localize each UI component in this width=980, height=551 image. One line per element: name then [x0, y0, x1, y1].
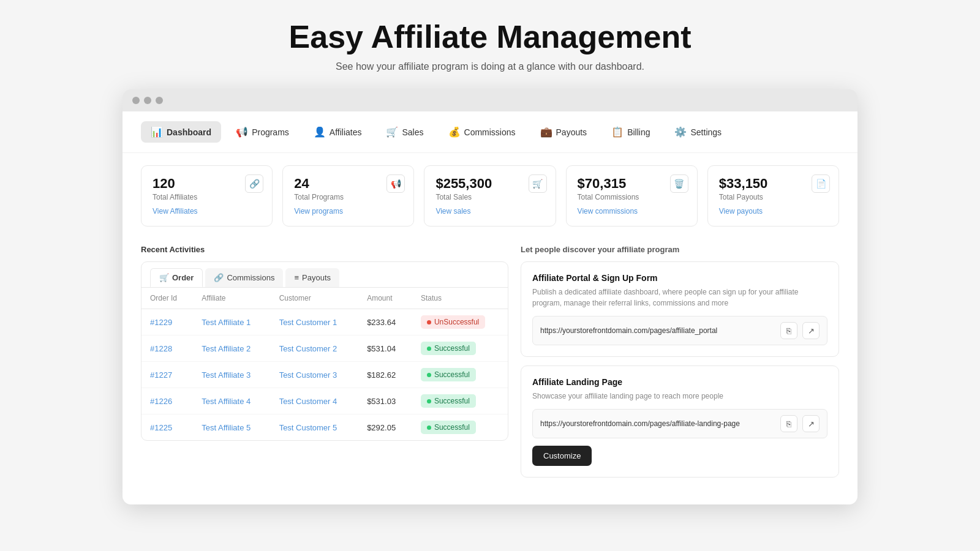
nav-settings[interactable]: ⚙️ Settings	[665, 121, 731, 143]
col-amount: Amount	[358, 288, 412, 309]
browser-bar	[123, 89, 858, 111]
nav-billing-label: Billing	[627, 127, 650, 137]
payouts-tab-icon: ≡	[294, 273, 299, 282]
table-header-row: Order Id Affiliate Customer Amount Statu…	[141, 288, 508, 309]
cell-order-id: #1227	[141, 362, 193, 388]
commissions-tab-icon: 🔗	[214, 273, 224, 282]
browser-dot-2	[144, 97, 151, 104]
billing-icon: 📋	[611, 126, 624, 138]
tab-order[interactable]: 🛒 Order	[150, 268, 203, 287]
landing-card-desc: Showcase your affiliate landing page to …	[532, 391, 827, 402]
settings-icon: ⚙️	[674, 126, 687, 138]
cell-amount: $531.04	[358, 335, 412, 362]
portal-copy-button[interactable]: ⎘	[780, 322, 797, 339]
stat-affiliates-icon: 🔗	[245, 174, 263, 193]
stat-payouts-label: Total Payouts	[719, 193, 827, 201]
activity-table: Order Id Affiliate Customer Amount Statu…	[141, 288, 508, 440]
cell-order-id: #1228	[141, 335, 193, 362]
commissions-icon: 💰	[448, 126, 461, 138]
portal-card-desc: Publish a dedicated affiliate dashboard,…	[532, 287, 827, 309]
cell-status: Successful	[412, 414, 508, 441]
tab-payouts[interactable]: ≡ Payouts	[285, 268, 339, 287]
stat-payouts-icon: 📄	[812, 174, 830, 193]
customer-link[interactable]: Test Customer 4	[279, 397, 337, 406]
affiliate-link[interactable]: Test Affiliate 1	[202, 318, 251, 327]
nav-sales[interactable]: 🛒 Sales	[376, 121, 433, 143]
table-row: #1229 Test Affiliate 1 Test Customer 1 $…	[141, 309, 508, 335]
order-id-link[interactable]: #1227	[150, 370, 172, 380]
table-row: #1228 Test Affiliate 2 Test Customer 2 $…	[141, 335, 508, 362]
nav-programs[interactable]: 📢 Programs	[226, 121, 299, 143]
stat-commissions-icon: 🗑️	[670, 174, 688, 193]
nav-dashboard[interactable]: 📊 Dashboard	[141, 121, 221, 143]
stat-sales-link[interactable]: View sales	[435, 207, 470, 216]
landing-copy-button[interactable]: ⎘	[780, 415, 797, 432]
cell-affiliate: Test Affiliate 1	[193, 309, 270, 335]
status-dot	[427, 347, 431, 351]
nav-billing[interactable]: 📋 Billing	[601, 121, 660, 143]
order-id-link[interactable]: #1229	[150, 318, 172, 327]
portal-card-title: Affiliate Portal & Sign Up Form	[532, 273, 827, 283]
programs-icon: 📢	[236, 126, 248, 138]
table-row: #1227 Test Affiliate 3 Test Customer 3 $…	[141, 362, 508, 388]
table-row: #1225 Test Affiliate 5 Test Customer 5 $…	[141, 414, 508, 441]
landing-url-text: https://yourstorefrontdomain.com/pages/a…	[540, 419, 775, 428]
stat-affiliates-label: Total Affiliates	[153, 193, 261, 201]
status-badge: Successful	[421, 421, 476, 434]
cell-affiliate: Test Affiliate 3	[193, 362, 270, 388]
order-id-link[interactable]: #1228	[150, 344, 172, 353]
nav-commissions-label: Commissions	[464, 127, 516, 137]
cell-amount: $292.05	[358, 414, 412, 441]
activity-box: 🛒 Order 🔗 Commissions ≡ Payouts	[141, 261, 508, 441]
nav-programs-label: Programs	[252, 127, 289, 137]
stat-sales-label: Total Sales	[435, 193, 544, 201]
stat-commissions-link[interactable]: View commissions	[578, 207, 638, 216]
affiliate-link[interactable]: Test Affiliate 3	[202, 370, 251, 380]
customer-link[interactable]: Test Customer 2	[279, 344, 337, 353]
affiliate-link[interactable]: Test Affiliate 5	[202, 423, 251, 432]
order-id-link[interactable]: #1226	[150, 397, 172, 406]
stat-payouts-link[interactable]: View payouts	[719, 207, 763, 216]
cell-affiliate: Test Affiliate 5	[193, 414, 270, 441]
affiliate-link[interactable]: Test Affiliate 4	[202, 397, 251, 406]
nav-payouts-label: Payouts	[556, 127, 587, 137]
nav-affiliates[interactable]: 👤 Affiliates	[304, 121, 372, 143]
order-tab-label: Order	[172, 273, 194, 282]
stat-programs-link[interactable]: View programs	[294, 207, 343, 216]
nav-commissions[interactable]: 💰 Commissions	[439, 121, 526, 143]
stat-affiliates-link[interactable]: View Affiliates	[153, 207, 198, 216]
hero-subtitle: See how your affiliate program is doing …	[336, 61, 644, 72]
customer-link[interactable]: Test Customer 5	[279, 423, 337, 432]
portal-url-row: https://yourstorefrontdomain.com/pages/a…	[532, 316, 827, 345]
landing-open-button[interactable]: ↗	[802, 415, 820, 432]
affiliates-icon: 👤	[314, 126, 326, 138]
portal-card: Affiliate Portal & Sign Up Form Publish …	[521, 261, 839, 357]
nav-payouts[interactable]: 💼 Payouts	[530, 121, 597, 143]
nav-sales-label: Sales	[402, 127, 423, 137]
right-panel: Let people discover your affiliate progr…	[521, 245, 839, 486]
cell-customer: Test Customer 4	[271, 388, 359, 414]
order-tab-icon: 🛒	[159, 273, 169, 282]
status-badge: Successful	[421, 394, 476, 408]
tab-commissions[interactable]: 🔗 Commissions	[205, 268, 283, 287]
portal-url-text: https://yourstorefrontdomain.com/pages/a…	[540, 326, 775, 335]
order-id-link[interactable]: #1225	[150, 423, 172, 432]
cell-order-id: #1229	[141, 309, 193, 335]
affiliate-link[interactable]: Test Affiliate 2	[202, 344, 251, 353]
nav-dashboard-label: Dashboard	[167, 127, 211, 137]
cell-affiliate: Test Affiliate 2	[193, 335, 270, 362]
status-dot	[427, 320, 431, 324]
discover-title: Let people discover your affiliate progr…	[521, 245, 839, 254]
dashboard-icon: 📊	[151, 126, 163, 138]
portal-open-button[interactable]: ↗	[802, 322, 820, 339]
main-content: Recent Activities 🛒 Order 🔗 Commissions …	[123, 239, 858, 504]
customer-link[interactable]: Test Customer 1	[279, 318, 337, 327]
cell-affiliate: Test Affiliate 4	[193, 388, 270, 414]
stat-commissions: 🗑️ $70,315 Total Commissions View commis…	[566, 165, 698, 227]
nav-affiliates-label: Affiliates	[330, 127, 362, 137]
customer-link[interactable]: Test Customer 3	[279, 370, 337, 380]
cell-order-id: #1226	[141, 388, 193, 414]
hero-title: Easy Affiliate Management	[289, 18, 692, 55]
customize-button[interactable]: Customize	[532, 446, 592, 466]
recent-activities-title: Recent Activities	[141, 245, 508, 254]
